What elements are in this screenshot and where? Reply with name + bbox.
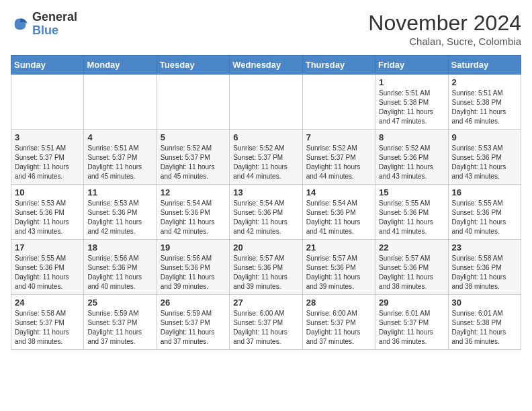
calendar-cell: 10Sunrise: 5:53 AM Sunset: 5:36 PM Dayli… (11, 185, 84, 240)
calendar-cell: 13Sunrise: 5:54 AM Sunset: 5:36 PM Dayli… (230, 185, 302, 240)
logo-icon (11, 15, 30, 34)
day-number: 8 (379, 132, 444, 142)
title-block: November 2024 Chalan, Sucre, Colombia (368, 11, 521, 47)
calendar-week-row-2: 3Sunrise: 5:51 AM Sunset: 5:37 PM Daylig… (11, 130, 521, 185)
calendar-cell: 25Sunrise: 5:59 AM Sunset: 5:37 PM Dayli… (84, 295, 157, 350)
calendar-cell (230, 75, 302, 130)
day-info: Sunrise: 5:54 AM Sunset: 5:36 PM Dayligh… (161, 199, 226, 236)
day-number: 4 (87, 132, 152, 142)
day-number: 3 (15, 132, 80, 142)
day-info: Sunrise: 5:55 AM Sunset: 5:36 PM Dayligh… (15, 254, 80, 291)
day-number: 23 (452, 242, 517, 253)
weekday-header-sunday: Sunday (11, 56, 84, 75)
calendar-cell: 17Sunrise: 5:55 AM Sunset: 5:36 PM Dayli… (11, 240, 84, 295)
day-number: 6 (233, 132, 298, 142)
calendar-cell: 30Sunrise: 6:01 AM Sunset: 5:38 PM Dayli… (448, 295, 521, 350)
page-header: General Blue November 2024 Chalan, Sucre… (11, 11, 521, 47)
calendar-cell: 18Sunrise: 5:56 AM Sunset: 5:36 PM Dayli… (84, 240, 157, 295)
day-number: 22 (379, 242, 444, 253)
calendar-cell: 29Sunrise: 6:01 AM Sunset: 5:37 PM Dayli… (375, 295, 448, 350)
calendar-cell: 9Sunrise: 5:53 AM Sunset: 5:36 PM Daylig… (448, 130, 521, 185)
calendar-week-row-4: 17Sunrise: 5:55 AM Sunset: 5:36 PM Dayli… (11, 240, 521, 295)
day-number: 30 (452, 298, 517, 308)
day-info: Sunrise: 6:01 AM Sunset: 5:38 PM Dayligh… (452, 309, 517, 347)
day-number: 25 (87, 298, 152, 308)
calendar-week-row-1: 1Sunrise: 5:51 AM Sunset: 5:38 PM Daylig… (11, 75, 521, 130)
logo: General Blue (11, 11, 77, 38)
day-info: Sunrise: 5:56 AM Sunset: 5:36 PM Dayligh… (87, 254, 152, 291)
day-number: 10 (15, 187, 80, 197)
calendar-cell: 16Sunrise: 5:55 AM Sunset: 5:36 PM Dayli… (448, 185, 521, 240)
day-number: 29 (379, 298, 444, 308)
calendar-cell: 7Sunrise: 5:52 AM Sunset: 5:37 PM Daylig… (302, 130, 375, 185)
calendar-cell (84, 75, 157, 130)
day-info: Sunrise: 5:57 AM Sunset: 5:36 PM Dayligh… (306, 254, 371, 291)
day-info: Sunrise: 5:57 AM Sunset: 5:36 PM Dayligh… (233, 254, 298, 291)
calendar-cell (302, 75, 375, 130)
day-number: 13 (233, 187, 298, 197)
calendar-cell: 3Sunrise: 5:51 AM Sunset: 5:37 PM Daylig… (11, 130, 84, 185)
calendar-week-row-3: 10Sunrise: 5:53 AM Sunset: 5:36 PM Dayli… (11, 185, 521, 240)
day-info: Sunrise: 6:00 AM Sunset: 5:37 PM Dayligh… (233, 309, 298, 347)
calendar-cell: 11Sunrise: 5:53 AM Sunset: 5:36 PM Dayli… (84, 185, 157, 240)
calendar-cell: 5Sunrise: 5:52 AM Sunset: 5:37 PM Daylig… (157, 130, 229, 185)
calendar-cell: 20Sunrise: 5:57 AM Sunset: 5:36 PM Dayli… (230, 240, 302, 295)
day-number: 24 (15, 298, 80, 308)
day-number: 20 (233, 242, 298, 253)
day-info: Sunrise: 5:51 AM Sunset: 5:37 PM Dayligh… (87, 144, 152, 181)
day-number: 5 (161, 132, 226, 142)
calendar-cell: 4Sunrise: 5:51 AM Sunset: 5:37 PM Daylig… (84, 130, 157, 185)
day-info: Sunrise: 5:51 AM Sunset: 5:38 PM Dayligh… (452, 89, 517, 126)
day-info: Sunrise: 5:59 AM Sunset: 5:37 PM Dayligh… (161, 309, 226, 347)
day-info: Sunrise: 5:51 AM Sunset: 5:38 PM Dayligh… (379, 89, 444, 126)
day-info: Sunrise: 5:55 AM Sunset: 5:36 PM Dayligh… (379, 199, 444, 236)
day-info: Sunrise: 5:58 AM Sunset: 5:36 PM Dayligh… (452, 254, 517, 291)
day-info: Sunrise: 5:52 AM Sunset: 5:36 PM Dayligh… (379, 144, 444, 181)
calendar-cell: 8Sunrise: 5:52 AM Sunset: 5:36 PM Daylig… (375, 130, 448, 185)
day-info: Sunrise: 5:54 AM Sunset: 5:36 PM Dayligh… (306, 199, 371, 236)
day-number: 28 (306, 298, 371, 308)
day-info: Sunrise: 5:57 AM Sunset: 5:36 PM Dayligh… (379, 254, 444, 291)
day-number: 17 (15, 242, 80, 253)
calendar-cell (11, 75, 84, 130)
day-info: Sunrise: 5:55 AM Sunset: 5:36 PM Dayligh… (452, 199, 517, 236)
day-info: Sunrise: 5:53 AM Sunset: 5:36 PM Dayligh… (452, 144, 517, 181)
day-number: 27 (233, 298, 298, 308)
day-info: Sunrise: 6:01 AM Sunset: 5:37 PM Dayligh… (379, 309, 444, 347)
day-number: 14 (306, 187, 371, 197)
day-info: Sunrise: 5:53 AM Sunset: 5:36 PM Dayligh… (15, 199, 80, 236)
day-info: Sunrise: 5:58 AM Sunset: 5:37 PM Dayligh… (15, 309, 80, 347)
day-number: 11 (87, 187, 152, 197)
calendar-cell: 1Sunrise: 5:51 AM Sunset: 5:38 PM Daylig… (375, 75, 448, 130)
day-info: Sunrise: 5:52 AM Sunset: 5:37 PM Dayligh… (161, 144, 226, 181)
calendar-cell: 14Sunrise: 5:54 AM Sunset: 5:36 PM Dayli… (302, 185, 375, 240)
day-number: 16 (452, 187, 517, 197)
day-info: Sunrise: 6:00 AM Sunset: 5:37 PM Dayligh… (306, 309, 371, 347)
day-info: Sunrise: 5:52 AM Sunset: 5:37 PM Dayligh… (306, 144, 371, 181)
calendar-cell: 19Sunrise: 5:56 AM Sunset: 5:36 PM Dayli… (157, 240, 229, 295)
calendar-cell: 27Sunrise: 6:00 AM Sunset: 5:37 PM Dayli… (230, 295, 302, 350)
calendar-cell: 24Sunrise: 5:58 AM Sunset: 5:37 PM Dayli… (11, 295, 84, 350)
weekday-header-monday: Monday (84, 56, 157, 75)
day-number: 19 (161, 242, 226, 253)
day-number: 18 (87, 242, 152, 253)
calendar-week-row-5: 24Sunrise: 5:58 AM Sunset: 5:37 PM Dayli… (11, 295, 521, 350)
month-year: November 2024 (368, 11, 521, 36)
day-info: Sunrise: 5:51 AM Sunset: 5:37 PM Dayligh… (15, 144, 80, 181)
weekday-header-friday: Friday (375, 56, 448, 75)
day-number: 15 (379, 187, 444, 197)
day-number: 7 (306, 132, 371, 142)
calendar-cell: 12Sunrise: 5:54 AM Sunset: 5:36 PM Dayli… (157, 185, 229, 240)
day-info: Sunrise: 5:52 AM Sunset: 5:37 PM Dayligh… (233, 144, 298, 181)
day-info: Sunrise: 5:54 AM Sunset: 5:36 PM Dayligh… (233, 199, 298, 236)
calendar-cell: 22Sunrise: 5:57 AM Sunset: 5:36 PM Dayli… (375, 240, 448, 295)
day-number: 21 (306, 242, 371, 253)
location: Chalan, Sucre, Colombia (368, 36, 521, 47)
calendar-cell: 26Sunrise: 5:59 AM Sunset: 5:37 PM Dayli… (157, 295, 229, 350)
calendar: SundayMondayTuesdayWednesdayThursdayFrid… (11, 55, 521, 350)
day-number: 1 (379, 77, 444, 87)
calendar-cell: 15Sunrise: 5:55 AM Sunset: 5:36 PM Dayli… (375, 185, 448, 240)
day-info: Sunrise: 5:53 AM Sunset: 5:36 PM Dayligh… (87, 199, 152, 236)
logo-text: General Blue (32, 11, 77, 38)
calendar-cell: 23Sunrise: 5:58 AM Sunset: 5:36 PM Dayli… (448, 240, 521, 295)
